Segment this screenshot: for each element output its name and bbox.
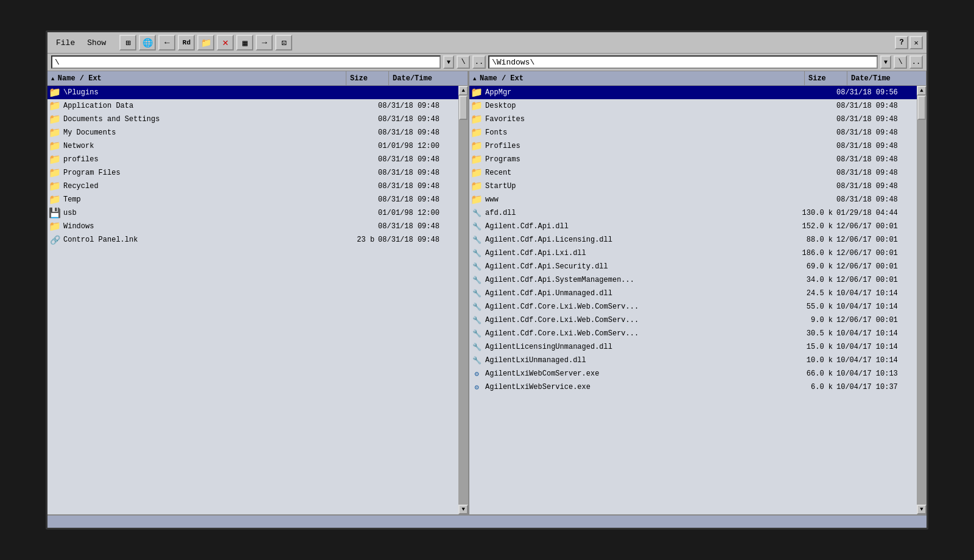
list-item[interactable]: 📁 Temp 08/31/18 09:48 [47, 193, 458, 206]
list-item[interactable]: 🔧 AgilentLicensingUnmanaged.dll 15.0 k 1… [469, 340, 917, 354]
right-addr-dots[interactable]: .. [909, 55, 923, 69]
list-item[interactable]: 📁 Application Data 08/31/18 09:48 [47, 99, 458, 113]
list-item[interactable]: 📁 My Documents 08/31/18 09:48 [47, 126, 458, 139]
left-address-input[interactable] [51, 55, 441, 69]
close-button[interactable]: ✕ [909, 36, 923, 49]
list-item[interactable]: 🔧 Agilent.Cdf.Api.dll 152.0 k 12/06/17 0… [469, 220, 917, 233]
item-name: Agilent.Cdf.Api.SystemManagemen... [485, 276, 794, 284]
list-item[interactable]: 📁 Desktop 08/31/18 09:48 [469, 99, 917, 113]
list-item[interactable]: ⚙ AgilentLxiWebService.exe 6.0 k 10/04/1… [469, 380, 917, 394]
list-item[interactable]: 🔧 Agilent.Cdf.Api.Unmanaged.dll 24.5 k 1… [469, 287, 917, 300]
list-item[interactable]: 🔧 Agilent.Cdf.Core.Lxi.Web.ComServ... 30… [469, 327, 917, 340]
list-item[interactable]: 📁 StartUp 08/31/18 09:48 [469, 180, 917, 193]
right-col-name-header[interactable]: Name / Ext [469, 71, 805, 85]
list-item[interactable]: 📁 Network 01/01/98 12:00 [47, 139, 458, 153]
toolbar-btn-network[interactable]: 🌐 [139, 35, 156, 51]
menu-show[interactable]: Show [82, 37, 111, 49]
list-item[interactable]: 📁 \Plugins [47, 86, 458, 99]
list-item[interactable]: 🔧 Agilent.Cdf.Api.SystemManagemen... 34.… [469, 273, 917, 287]
list-item[interactable]: 🔧 Agilent.Cdf.Core.Lxi.Web.ComServ... 9.… [469, 313, 917, 327]
list-item[interactable]: 📁 Recent 08/31/18 09:48 [469, 166, 917, 180]
item-name: www [485, 195, 794, 204]
item-name: Agilent.Cdf.Core.Lxi.Web.ComServ... [485, 303, 794, 311]
left-addr-sep[interactable]: \ [457, 55, 470, 69]
item-name: Control Panel.lnk [63, 236, 335, 244]
folder-icon: 📁 [471, 127, 483, 139]
left-addr-dots[interactable]: .. [472, 55, 486, 69]
item-date: 08/31/18 09:48 [836, 115, 916, 124]
right-scroll-thumb[interactable] [917, 96, 926, 120]
item-name: Application Data [63, 102, 335, 110]
list-item[interactable]: 📁 Profiles 08/31/18 09:48 [469, 139, 917, 153]
toolbar-btn-copy-panel[interactable]: ⊞ [119, 35, 136, 51]
list-item[interactable]: 🔧 Agilent.Cdf.Api.Lxi.dll 186.0 k 12/06/… [469, 247, 917, 260]
left-scroll-track[interactable] [458, 96, 468, 505]
item-date: 08/31/18 09:48 [378, 155, 457, 164]
list-item[interactable]: ⚙ AgilentLxiWebComServer.exe 66.0 k 10/0… [469, 367, 917, 380]
list-item[interactable]: 📁 Documents and Settings 08/31/18 09:48 [47, 113, 458, 126]
toolbar-btn-sync[interactable]: ⊡ [275, 35, 292, 51]
left-scroll-up[interactable]: ▲ [458, 86, 468, 96]
address-bars: ▼ \ .. ▼ \ .. [47, 54, 927, 71]
list-item[interactable]: 🔧 Agilent.Cdf.Core.Lxi.Web.ComServ... 55… [469, 300, 917, 313]
item-date: 10/04/17 10:37 [836, 383, 916, 391]
help-button[interactable]: ? [895, 36, 908, 49]
list-item[interactable]: 📁 Favorites 08/31/18 09:48 [469, 113, 917, 126]
list-item[interactable]: 🔗 Control Panel.lnk 23 b 08/31/18 09:48 [47, 233, 458, 247]
toolbar-btn-delete[interactable]: ✕ [217, 35, 234, 51]
item-name: Profiles [485, 142, 794, 150]
item-date: 12/06/17 00:01 [836, 249, 916, 257]
right-scroll-down[interactable]: ▼ [917, 505, 927, 514]
list-item[interactable]: 🔧 AgilentLxiUnmanaged.dll 10.0 k 10/04/1… [469, 354, 917, 367]
list-item[interactable]: 🔧 Agilent.Cdf.Api.Security.dll 69.0 k 12… [469, 260, 917, 273]
toolbar-btn-view[interactable]: ▦ [236, 35, 253, 51]
list-item[interactable]: 📁 Program Files 08/31/18 09:48 [47, 166, 458, 180]
right-scroll-track[interactable] [917, 96, 927, 505]
left-scroll-thumb[interactable] [459, 96, 468, 120]
item-icon: 📁 [471, 100, 483, 111]
item-icon: 🔧 [471, 248, 483, 259]
item-size: 186.0 k [794, 249, 836, 257]
list-item[interactable]: 💾 usb 01/01/98 12:00 [47, 206, 458, 220]
right-addr-sep[interactable]: \ [894, 55, 907, 69]
left-addr-dropdown[interactable]: ▼ [443, 55, 454, 69]
toolbar-btn-folder[interactable]: 📁 [197, 35, 214, 51]
item-name: Documents and Settings [63, 115, 335, 124]
toolbar-btn-back[interactable]: ← [158, 35, 175, 51]
right-scroll-up[interactable]: ▲ [917, 86, 927, 96]
left-col-date-header[interactable]: Date/Time [389, 71, 468, 85]
folder-icon: 📁 [49, 127, 61, 139]
list-item[interactable]: 📁 Recycled 08/31/18 09:48 [47, 180, 458, 193]
toolbar-btn-reload[interactable]: Rd [178, 35, 195, 51]
list-item[interactable]: 🔧 Agilent.Cdf.Api.Licensing.dll 88.0 k 1… [469, 233, 917, 247]
left-col-name-header[interactable]: Name / Ext [47, 71, 346, 85]
item-name: Windows [63, 222, 335, 231]
right-address-input[interactable] [488, 55, 878, 69]
item-name: Fonts [485, 128, 794, 137]
left-scrollbar[interactable]: ▲ ▼ [458, 86, 468, 514]
item-name: Agilent.Cdf.Core.Lxi.Web.ComServ... [485, 329, 794, 338]
right-col-date-header[interactable]: Date/Time [847, 71, 927, 85]
list-item[interactable]: 📁 profiles 08/31/18 09:48 [47, 153, 458, 166]
list-item[interactable]: 📁 Fonts 08/31/18 09:48 [469, 126, 917, 139]
right-addr-dropdown[interactable]: ▼ [880, 55, 891, 69]
left-col-size-header[interactable]: Size [346, 71, 389, 85]
right-col-size-header[interactable]: Size [805, 71, 847, 85]
item-date: 08/31/18 09:48 [378, 182, 457, 191]
left-scroll-down[interactable]: ▼ [458, 505, 468, 514]
list-item[interactable]: 📁 Programs 08/31/18 09:48 [469, 153, 917, 166]
right-scrollbar[interactable]: ▲ ▼ [917, 86, 927, 514]
list-item[interactable]: 📁 www 08/31/18 09:48 [469, 193, 917, 206]
list-item[interactable]: 🔧 afd.dll 130.0 k 01/29/18 04:44 [469, 206, 917, 220]
toolbar-btn-forward[interactable]: → [256, 35, 273, 51]
item-icon: 🔧 [471, 221, 483, 232]
folder-icon: 📁 [49, 153, 61, 166]
item-icon: 📁 [49, 181, 61, 192]
item-date: 01/01/98 12:00 [378, 209, 457, 217]
dll-icon: 🔧 [472, 329, 482, 338]
list-item[interactable]: 📁 Windows 08/31/18 09:48 [47, 220, 458, 233]
menu-file[interactable]: File [51, 37, 80, 49]
item-name: usb [63, 209, 335, 217]
list-item[interactable]: 📁 AppMgr 08/31/18 09:56 [469, 86, 917, 99]
item-icon: 📁 [471, 127, 483, 138]
